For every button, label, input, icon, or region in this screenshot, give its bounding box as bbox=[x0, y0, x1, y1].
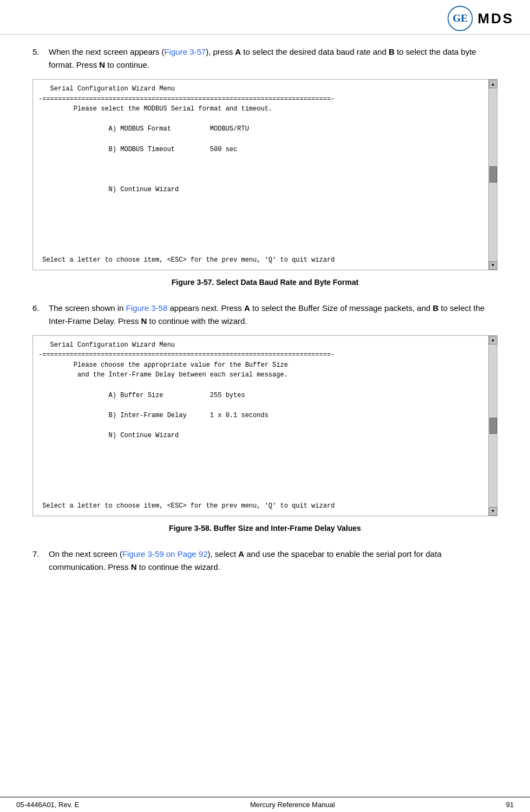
section-6-text: 6. The screen shown in Figure 3-58 appea… bbox=[32, 302, 498, 328]
footer-left: 05-4446A01, Rev. E bbox=[16, 801, 79, 809]
section-5-body: When the next screen appears (Figure 3-5… bbox=[49, 46, 498, 72]
key-n-2: N bbox=[141, 316, 147, 326]
scrollbar-58[interactable]: ▲ ▼ bbox=[488, 336, 497, 516]
key-b-1: B bbox=[389, 47, 395, 56]
key-a-1: A bbox=[235, 47, 241, 56]
page-content: 5. When the next screen appears (Figure … bbox=[0, 35, 530, 600]
section-5-number: 5. bbox=[32, 46, 49, 72]
scrollbar-57[interactable]: ▲ ▼ bbox=[488, 80, 497, 270]
ge-logo-icon: GE bbox=[447, 5, 473, 31]
section-6-number: 6. bbox=[32, 302, 49, 328]
key-a-2: A bbox=[244, 303, 250, 313]
footer-right: 91 bbox=[506, 801, 514, 809]
scroll-down-btn-57[interactable]: ▼ bbox=[489, 261, 498, 270]
section-5: 5. When the next screen appears (Figure … bbox=[32, 46, 498, 287]
scroll-up-btn-57[interactable]: ▲ bbox=[489, 80, 498, 88]
scroll-down-btn-58[interactable]: ▼ bbox=[489, 507, 498, 516]
scroll-up-btn-58[interactable]: ▲ bbox=[489, 336, 498, 345]
figure-3-58-link[interactable]: Figure 3-58 bbox=[126, 303, 168, 313]
section-7-text: 7. On the next screen (Figure 3-59 on Pa… bbox=[32, 548, 498, 574]
figure-58-caption: Figure 3-58. Buffer Size and Inter-Frame… bbox=[32, 524, 498, 532]
section-7-body: On the next screen (Figure 3-59 on Page … bbox=[49, 548, 498, 574]
terminal-58-body: Serial Configuration Wizard Menu -======… bbox=[33, 336, 488, 516]
section-5-text: 5. When the next screen appears (Figure … bbox=[32, 46, 498, 72]
footer-center: Mercury Reference Manual bbox=[250, 801, 335, 809]
scroll-thumb-58[interactable] bbox=[489, 418, 497, 434]
terminal-figure-58: Serial Configuration Wizard Menu -======… bbox=[32, 335, 498, 516]
terminal-57-body: Serial Configuration Wizard Menu -======… bbox=[33, 80, 488, 270]
page-header: GE MDS bbox=[0, 0, 530, 35]
key-n-1: N bbox=[99, 60, 105, 69]
key-b-2: B bbox=[433, 303, 439, 313]
mds-brand-label: MDS bbox=[477, 10, 514, 27]
terminal-figure-57: Serial Configuration Wizard Menu -======… bbox=[32, 79, 498, 270]
scroll-thumb-57[interactable] bbox=[489, 166, 497, 183]
section-7-number: 7. bbox=[32, 548, 49, 574]
figure-57-caption: Figure 3-57. Select Data Baud Rate and B… bbox=[32, 278, 498, 287]
svg-text:GE: GE bbox=[453, 12, 468, 24]
key-n-3: N bbox=[131, 562, 137, 571]
figure-3-57-link[interactable]: Figure 3-57 bbox=[164, 47, 206, 56]
page-footer: 05-4446A01, Rev. E Mercury Reference Man… bbox=[0, 797, 530, 812]
key-a-3: A bbox=[238, 549, 244, 558]
section-7: 7. On the next screen (Figure 3-59 on Pa… bbox=[32, 548, 498, 574]
logo-container: GE MDS bbox=[447, 5, 514, 31]
figure-3-59-link[interactable]: Figure 3-59 on Page 92 bbox=[122, 549, 208, 558]
section-6: 6. The screen shown in Figure 3-58 appea… bbox=[32, 302, 498, 532]
section-6-body: The screen shown in Figure 3-58 appears … bbox=[49, 302, 498, 328]
